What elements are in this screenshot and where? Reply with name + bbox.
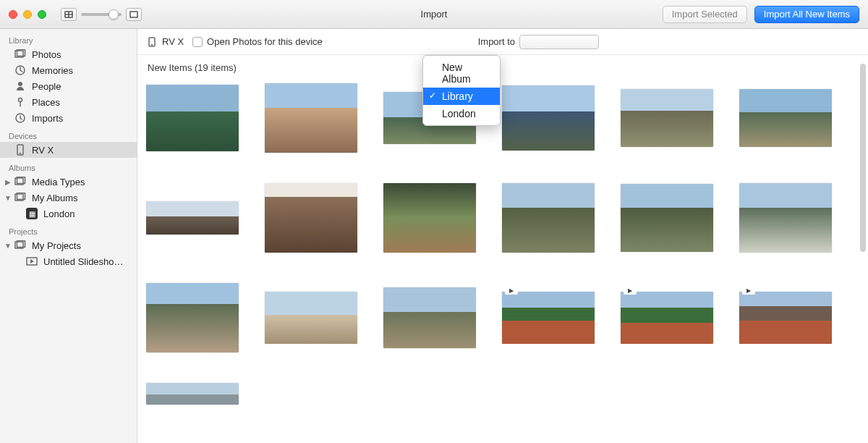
import-to-dropdown[interactable] <box>519 35 599 49</box>
device-indicator: RV X <box>146 36 184 48</box>
thumbnail-row <box>146 383 859 405</box>
thumbnail[interactable] <box>621 83 713 153</box>
thumbnail[interactable] <box>621 283 713 353</box>
thumbnail-image <box>621 89 713 147</box>
sidebar-item-device-rvx[interactable]: RV X <box>0 142 137 158</box>
sidebar-item-album-london[interactable]: ▦ London <box>0 206 137 222</box>
menu-item-new-album[interactable]: New Album <box>423 59 500 88</box>
thumbnail[interactable] <box>383 283 476 353</box>
thumbnail[interactable] <box>265 83 357 153</box>
thumbnail[interactable] <box>502 183 595 253</box>
sidebar-item-my-projects[interactable]: ▼ My Projects <box>0 237 137 253</box>
thumbnail-image <box>621 292 713 344</box>
menu-item-label: Library <box>442 90 473 102</box>
photos-icon <box>14 48 26 60</box>
thumbnail[interactable] <box>739 83 832 153</box>
check-icon: ✓ <box>429 90 436 101</box>
sidebar: Library Photos Memories People Places Im… <box>0 29 137 443</box>
places-icon <box>14 96 26 108</box>
menu-item-library[interactable]: ✓ Library <box>423 88 500 105</box>
memories-icon <box>14 64 26 76</box>
thumbnail-image <box>383 183 476 253</box>
thumbnail-size-knob[interactable] <box>109 9 119 20</box>
sidebar-item-label: Photos <box>32 49 61 60</box>
sidebar-item-people[interactable]: People <box>0 78 137 94</box>
thumbnail[interactable] <box>146 383 239 405</box>
disclosure-triangle-icon[interactable]: ▶ <box>4 178 12 186</box>
sidebar-item-label: Places <box>32 97 60 108</box>
titlebar-actions: Import Selected Import All New Items <box>663 6 868 23</box>
device-name: RV X <box>162 36 184 47</box>
thumbnail-size-slider[interactable] <box>81 13 122 16</box>
phone-icon <box>14 144 26 156</box>
open-photos-checkbox[interactable] <box>192 37 203 47</box>
sidebar-item-label: People <box>32 81 61 92</box>
thumbnail-image <box>502 292 595 344</box>
thumbnail-image <box>265 83 357 153</box>
thumbnail[interactable] <box>739 183 832 253</box>
sidebar-item-memories[interactable]: Memories <box>0 62 137 78</box>
thumbnail-image <box>265 292 357 344</box>
thumbnail-large-button[interactable] <box>126 8 142 21</box>
video-badge-icon <box>505 286 518 295</box>
video-badge-icon <box>742 286 755 295</box>
sidebar-item-label: Media Types <box>32 177 85 187</box>
svg-marker-20 <box>30 259 34 263</box>
album-stack-icon <box>14 192 26 203</box>
thumbnail[interactable] <box>265 183 357 253</box>
sidebar-item-media-types[interactable]: ▶ Media Types <box>0 174 137 190</box>
thumbnail-image <box>502 183 595 253</box>
vertical-scrollbar[interactable] <box>860 64 866 252</box>
thumbnail-row <box>146 183 859 253</box>
imports-icon <box>14 112 26 124</box>
disclosure-triangle-icon[interactable]: ▼ <box>4 242 12 250</box>
sidebar-item-my-albums[interactable]: ▼ My Albums <box>0 190 137 206</box>
import-selected-button[interactable]: Import Selected <box>663 6 747 23</box>
thumbnail[interactable] <box>621 183 713 253</box>
sidebar-item-project-slideshow[interactable]: Untitled Slidesho… <box>0 253 137 269</box>
disclosure-triangle-icon[interactable]: ▼ <box>4 194 12 202</box>
thumbnail[interactable] <box>146 183 239 253</box>
thumbnail-image <box>739 183 832 253</box>
sidebar-item-label: Untitled Slidesho… <box>43 256 124 267</box>
import-bar: RV X Open Photos for this device Import … <box>137 29 868 55</box>
sidebar-item-photos[interactable]: Photos <box>0 46 137 62</box>
thumbnail[interactable] <box>146 283 239 353</box>
sidebar-item-label: My Projects <box>32 240 81 251</box>
album-thumb-icon: ▦ <box>26 208 38 219</box>
thumbnail-size-group <box>61 8 142 21</box>
thumbnail-row <box>146 83 859 153</box>
thumbnail[interactable] <box>265 283 357 353</box>
minimize-window[interactable] <box>23 10 32 19</box>
video-badge-icon <box>624 286 637 295</box>
sidebar-item-label: Imports <box>32 113 63 124</box>
thumbnail-row <box>146 283 859 353</box>
menu-item-label: London <box>442 108 476 119</box>
import-all-button[interactable]: Import All New Items <box>754 6 859 23</box>
thumbnail[interactable] <box>502 83 595 153</box>
thumbnail[interactable] <box>502 283 595 353</box>
new-items-heading: New Items (19 items) <box>137 55 868 77</box>
sidebar-header-projects: Projects <box>0 226 137 237</box>
people-icon <box>14 80 26 92</box>
album-stack-icon <box>14 240 26 251</box>
thumbnail-small-button[interactable] <box>61 8 77 21</box>
thumbnail-image <box>146 283 239 353</box>
sidebar-item-imports[interactable]: Imports <box>0 110 137 126</box>
app-body: Library Photos Memories People Places Im… <box>0 29 868 443</box>
sidebar-item-places[interactable]: Places <box>0 94 137 110</box>
thumbnail[interactable] <box>146 83 239 153</box>
thumbnail-image <box>621 184 713 252</box>
svg-rect-3 <box>130 12 137 17</box>
thumbnail-image <box>739 89 832 147</box>
thumbnail[interactable] <box>739 283 832 353</box>
sidebar-item-label: London <box>43 208 75 219</box>
thumbnail[interactable] <box>383 183 476 253</box>
menu-item-london[interactable]: London <box>423 105 500 122</box>
close-window[interactable] <box>9 10 17 19</box>
sidebar-item-label: My Albums <box>32 193 78 203</box>
zoom-window[interactable] <box>38 10 46 19</box>
import-to-label: Import to <box>478 36 515 47</box>
sidebar-item-label: RV X <box>32 145 54 156</box>
open-photos-label: Open Photos for this device <box>207 36 323 47</box>
